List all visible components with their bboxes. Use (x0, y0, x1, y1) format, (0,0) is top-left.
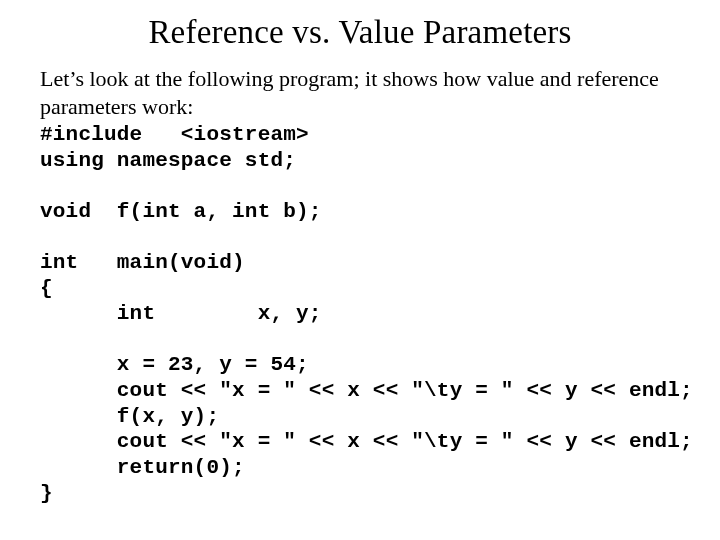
code-line: f(x, y); (40, 405, 219, 428)
slide: Reference vs. Value Parameters Let’s loo… (0, 0, 720, 540)
code-line: cout << "x = " << x << "\ty = " << y << … (40, 379, 693, 402)
code-line: int main(void) (40, 251, 245, 274)
code-line: cout << "x = " << x << "\ty = " << y << … (40, 430, 693, 453)
page-title: Reference vs. Value Parameters (40, 14, 680, 51)
code-line: void f(int a, int b); (40, 200, 322, 223)
code-line: return(0); (40, 456, 245, 479)
code-line: } (40, 482, 53, 505)
code-line: int x, y; (40, 302, 322, 325)
code-line: #include <iostream> (40, 123, 309, 146)
code-line: using namespace std; (40, 149, 296, 172)
code-line: { (40, 277, 53, 300)
code-line: x = 23, y = 54; (40, 353, 309, 376)
code-block: #include <iostream> using namespace std;… (40, 122, 680, 506)
intro-text: Let’s look at the following program; it … (40, 65, 680, 120)
